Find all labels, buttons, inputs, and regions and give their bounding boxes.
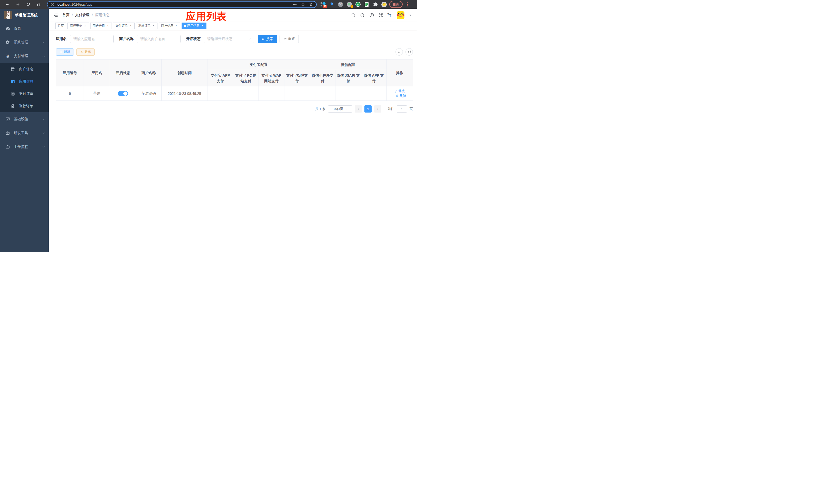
table-toolbar: 新增 导出	[56, 48, 413, 55]
gear-icon	[5, 40, 10, 45]
status-select[interactable]: 请选择开启状态	[204, 35, 254, 43]
logo-rabbit-avatar	[4, 11, 12, 19]
sidebar-item-label: 应用信息	[19, 79, 33, 84]
browser-home-icon[interactable]	[37, 2, 41, 7]
prev-page-button[interactable]	[355, 105, 362, 113]
extension-y-icon[interactable]: y	[355, 2, 360, 7]
sidebar-item-system-management[interactable]: 系统管理	[0, 36, 49, 49]
sidebar-item-app-info[interactable]: 应用信息	[0, 75, 49, 88]
browser-menu-icon[interactable]	[406, 2, 409, 6]
sidebar-item-pay-order[interactable]: 支付订单	[0, 88, 49, 100]
sidebar-item-label: 基础设施	[14, 117, 28, 121]
breadcrumb: 首页 / 支付管理 / 应用信息	[62, 13, 110, 18]
sidebar: 芋道管理系统 首页 系统管理 ¥ 支付管理	[0, 9, 49, 252]
close-icon[interactable]: ×	[106, 24, 110, 27]
tab-refund-order[interactable]: 退款订单×	[136, 23, 157, 29]
search-icon[interactable]	[351, 13, 356, 18]
fullscreen-icon[interactable]	[378, 13, 383, 18]
toolbox-icon	[5, 144, 10, 149]
col-status: 开启状态	[110, 60, 136, 86]
yen-circle-icon	[10, 92, 15, 96]
toggle-search-button[interactable]	[395, 48, 403, 55]
col-alipay-pc: 支付宝 PC 网站支付	[233, 70, 259, 86]
tab-home[interactable]: 首页	[56, 23, 66, 29]
document-icon	[10, 104, 15, 109]
user-menu-caret-icon[interactable]	[409, 15, 411, 16]
pagination-total: 共 1 条	[315, 107, 326, 111]
store-icon	[10, 67, 15, 71]
tab-app-info[interactable]: 应用信息×	[181, 23, 206, 29]
export-button[interactable]: 导出	[76, 48, 95, 55]
active-dot	[184, 25, 186, 27]
close-icon[interactable]: ×	[175, 24, 178, 27]
browser-chrome: localhost:1024/pay/app 10 ⌘ 1	[0, 0, 417, 9]
sidebar-item-payment-management[interactable]: ¥ 支付管理	[0, 49, 49, 63]
extension-blocks-icon[interactable]: 10	[320, 2, 326, 7]
tab-user-group[interactable]: 用户分组×	[90, 23, 112, 29]
share-icon[interactable]	[301, 2, 305, 6]
user-avatar[interactable]	[397, 11, 404, 19]
bookmark-star-icon[interactable]	[309, 2, 313, 6]
close-icon[interactable]: ×	[129, 24, 132, 27]
search-button[interactable]: 搜索	[258, 35, 277, 43]
extension-command-icon[interactable]: ⌘	[338, 2, 343, 7]
chevron-down-icon	[42, 132, 45, 135]
address-bar[interactable]: localhost:1024/pay/app	[47, 1, 317, 8]
breadcrumb-home[interactable]: 首页	[62, 13, 69, 18]
tab-merchant-info[interactable]: 商户信息×	[159, 23, 180, 29]
col-wx-jsapi: 微信 JSAPI 支付	[335, 70, 361, 86]
github-icon[interactable]	[360, 13, 365, 18]
app-name-input[interactable]	[70, 35, 114, 43]
sidebar-item-home[interactable]: 首页	[0, 22, 49, 36]
sidebar-item-dev-tools[interactable]: 研发工具	[0, 126, 49, 140]
sidebar-item-label: 支付管理	[14, 54, 28, 59]
page-number-button[interactable]: 1	[365, 105, 372, 113]
delete-link[interactable]: 删除	[395, 94, 406, 98]
dashboard-icon	[5, 26, 10, 31]
col-app-id: 应用编号	[56, 60, 84, 86]
extension-doc-icon[interactable]	[364, 2, 369, 7]
sidebar-logo[interactable]: 芋道管理系统	[0, 9, 49, 22]
col-wx-mini: 微信小程序支付	[310, 70, 335, 86]
chevron-down-icon	[346, 108, 348, 111]
reset-button[interactable]: 重置	[280, 35, 299, 43]
extension-target-icon[interactable]: 1	[347, 2, 352, 7]
refresh-button[interactable]	[405, 48, 413, 55]
close-icon[interactable]: ×	[152, 24, 155, 27]
edit-link[interactable]: 修改	[394, 89, 405, 93]
browser-reload-icon[interactable]	[26, 2, 30, 6]
sidebar-fold-icon[interactable]	[53, 13, 58, 18]
help-icon[interactable]	[369, 13, 374, 18]
browser-forward-icon[interactable]	[16, 2, 20, 7]
goto-label: 前往	[388, 107, 394, 111]
payment-submenu: 商户信息 应用信息 支付订单 退款订单	[0, 63, 49, 112]
sidebar-item-label: 首页	[14, 26, 21, 31]
font-size-icon[interactable]: TT	[388, 13, 391, 17]
sidebar-item-refund-order[interactable]: 退款订单	[0, 100, 49, 112]
table-row: 6 芋道 芋道源码 2021-10-23 08:49:25	[56, 86, 413, 101]
goto-page-input[interactable]	[397, 105, 407, 113]
password-key-icon[interactable]	[293, 2, 297, 6]
sidebar-item-workflow[interactable]: 工作流程	[0, 140, 49, 154]
tab-process-form[interactable]: 流程表单×	[67, 23, 89, 29]
monitor-check-icon	[5, 117, 10, 122]
status-toggle[interactable]	[118, 91, 128, 96]
sidebar-item-merchant-info[interactable]: 商户信息	[0, 63, 49, 75]
extension-kite-icon[interactable]	[329, 2, 334, 7]
page-size-select[interactable]: 10条/页	[328, 105, 352, 113]
close-icon[interactable]: ×	[201, 24, 204, 27]
sidebar-item-infrastructure[interactable]: 基础设施	[0, 112, 49, 126]
tab-pay-order[interactable]: 支付订单×	[113, 23, 135, 29]
next-page-button[interactable]	[374, 105, 381, 113]
chevron-up-icon	[42, 54, 45, 58]
add-button[interactable]: 新增	[56, 48, 74, 55]
browser-update-button[interactable]: 更新	[389, 1, 403, 8]
site-info-icon[interactable]	[50, 3, 54, 6]
merchant-name-input[interactable]	[137, 35, 180, 43]
col-wx-app: 微信 APP 支付	[361, 70, 387, 86]
browser-back-icon[interactable]	[5, 2, 9, 7]
close-icon[interactable]: ×	[83, 24, 87, 27]
app-title: 芋道管理系统	[15, 13, 38, 18]
profile-emoji-icon[interactable]	[381, 2, 387, 7]
extension-puzzle-icon[interactable]	[373, 2, 378, 7]
